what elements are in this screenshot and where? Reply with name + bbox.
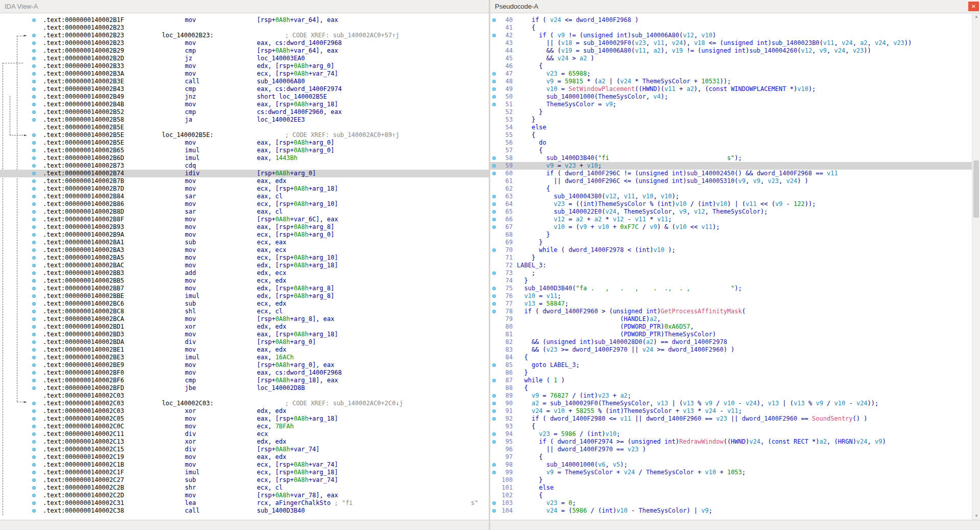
asm-line[interactable]: .text:0000000140002B58jaloc_140002EE3 [0, 116, 489, 124]
asm-line[interactable]: .text:0000000140002B8Fmov[rsp+0A8h+var_6… [0, 216, 489, 223]
pseudocode-line[interactable]: 65 sub_1400022E0(v24, ThemeSysColor, v9,… [490, 208, 972, 216]
asm-line[interactable]: .text:0000000140002B93moveax, [rsp+0A8h+… [0, 223, 489, 231]
pseudocode-line[interactable]: 60 if ( dword_1400F296C != (unsigned int… [490, 170, 972, 177]
pseudocode-line[interactable]: 95 if ( dword_1400F2974 >= (unsigned int… [490, 438, 972, 446]
pseudocode-line[interactable]: 78 if ( dword_1400F2960 > (unsigned int)… [490, 308, 972, 315]
pseudocode-line[interactable]: 57 { [490, 147, 972, 154]
pseudocode-line[interactable]: 50 sub_140001000(ThemeSysColor, v4); [490, 93, 972, 101]
pseudocode-line[interactable]: 59 v9 = v23 + v10; [490, 162, 972, 170]
asm-line[interactable]: .text:0000000140002C1Bmovecx, [rsp+0A8h+… [0, 461, 489, 469]
pseudocode-line[interactable]: 48 v9 = 59815 * (a2 | (v24 * ThemeSysCol… [490, 78, 972, 85]
pseudocode-line[interactable]: 81 (PDWORD_PTR)ThemeSysColor) [490, 331, 972, 338]
asm-line[interactable]: .text:0000000140002B33movedx, [rsp+0A8h+… [0, 62, 489, 70]
asm-line[interactable]: .text:0000000140002B3Amovecx, [rsp+0A8h+… [0, 70, 489, 78]
pseudocode-line[interactable]: 92 if ( dword_1400F2980 <= v11 || dword_… [490, 415, 972, 423]
pseudocode-line[interactable]: 98 sub_140001000(v6, v5); [490, 461, 972, 469]
pseudocode-line[interactable]: 88 { [490, 384, 972, 392]
pseudocode-line[interactable]: 84 { [490, 354, 972, 361]
asm-line[interactable]: .text:0000000140002B84sareax, cl [0, 193, 489, 200]
asm-line[interactable]: .text:0000000140002BF6cmp[rsp+0A8h+arg_1… [0, 377, 489, 384]
asm-line[interactable]: .text:0000000140002C2Dmov[rsp+0A8h+var_7… [0, 492, 489, 499]
asm-line[interactable]: .text:0000000140002C11divecx [0, 430, 489, 438]
pseudocode-line[interactable]: 62 { [490, 185, 972, 193]
pseudocode-line[interactable]: 55 { [490, 131, 972, 139]
asm-line[interactable]: .text:0000000140002C0Cmovecx, 7BFAh [0, 423, 489, 430]
pseudocode-line[interactable]: 75 sub_1400D3B40("fa . , . , . ., . , ")… [490, 285, 972, 292]
pseudocode-line[interactable]: 85 goto LABEL_3; [490, 361, 972, 369]
scroll-up-icon[interactable]: ▲ [972, 13, 980, 20]
pseudocode-line[interactable]: 83 && (v23 >= dword_1400F2970 || v24 >= … [490, 346, 972, 354]
asm-line[interactable]: .text:0000000140002B23 [0, 24, 489, 32]
asm-line[interactable]: .text:0000000140002BB3addedx, ecx [0, 269, 489, 277]
asm-line[interactable]: .text:0000000140002B49jnzshort loc_14000… [0, 93, 489, 101]
asm-line[interactable]: .text:0000000140002B5Eloc_140002B5E:; CO… [0, 131, 489, 139]
asm-line[interactable]: .text:0000000140002B8Dsareax, cl [0, 208, 489, 216]
pseudocode-line[interactable]: 45 && v24 > a2 ) [490, 55, 972, 62]
pseudocode-line[interactable]: 100 } [490, 476, 972, 484]
asm-line[interactable]: .text:0000000140002C15div[rsp+0A8h+var_7… [0, 446, 489, 453]
pseudocode-titlebar[interactable]: Pseudocode-A ✕ [490, 0, 980, 13]
asm-line[interactable]: .text:0000000140002B5Emoveax, [rsp+0A8h+… [0, 139, 489, 147]
asm-line[interactable]: .text:0000000140002BB7movedx, [rsp+0A8h+… [0, 285, 489, 292]
pseudocode-line[interactable]: 52 } [490, 108, 972, 116]
pseudocode-line[interactable]: 93 { [490, 423, 972, 430]
asm-line[interactable]: .text:0000000140002B3Ecallsub_140006A80 [0, 78, 489, 85]
pseudocode-line[interactable]: 51 ThemeSysColor = v9; [490, 101, 972, 108]
asm-line[interactable]: .text:0000000140002BE9mov[rsp+0A8h+arg_0… [0, 361, 489, 369]
pseudocode-line[interactable]: 77 v13 = 58847; [490, 300, 972, 308]
pseudocode-line[interactable]: 67 v10 = (v9 + v10 + 0xF7C / v9) & (v10 … [490, 223, 972, 231]
pseudocode-line[interactable]: 42 if ( v9 != (unsigned int)sub_140006A8… [490, 32, 972, 39]
pseudocode-line[interactable]: 82 && (unsigned int)sub_1400028D0(a2) ==… [490, 338, 972, 346]
pseudocode-line[interactable]: 103 v23 = 0; [490, 499, 972, 507]
pseudocode-line[interactable]: 102 { [490, 492, 972, 499]
pseudocode-line[interactable]: 74 } [490, 277, 972, 285]
location-label[interactable]: loc_140002B23: [162, 32, 285, 39]
asm-line[interactable]: .text:0000000140002BA3moveax, ecx [0, 246, 489, 254]
asm-line[interactable]: .text:0000000140002B9Amovecx, [rsp+0A8h+… [0, 231, 489, 239]
pseudocode-line[interactable]: 49 v10 = SetWindowPlacement((HWND)(v11 +… [490, 85, 972, 93]
asm-line[interactable]: .text:0000000140002C19moveax, edx [0, 453, 489, 461]
pseudocode-line[interactable]: 70 while ( dword_1400F2978 < (int)v10 ); [490, 246, 972, 254]
asm-line[interactable]: .text:0000000140002B74idiv[rsp+0A8h+arg_… [0, 170, 489, 177]
pseudocode-line[interactable]: 99 v9 = ThemeSysColor + v24 / ThemeSysCo… [490, 469, 972, 476]
asm-line[interactable]: .text:0000000140002B23moveax, cs:dword_1… [0, 39, 489, 47]
pseudocode-line[interactable]: 61 || dword_1400F296C <= (unsigned int)s… [490, 177, 972, 185]
pseudocode-line[interactable]: 80 (PDWORD_PTR)0xA6D57, [490, 323, 972, 331]
asm-line[interactable]: .text:0000000140002C03xoredx, edx [0, 407, 489, 415]
asm-line[interactable]: .text:0000000140002BB5movecx, edx [0, 277, 489, 285]
asm-line[interactable]: .text:0000000140002BACmovedx, [rsp+0A8h+… [0, 262, 489, 269]
asm-line[interactable]: .text:0000000140002B73cdq [0, 162, 489, 170]
pseudocode-line[interactable]: 56 do [490, 139, 972, 147]
asm-line[interactable]: .text:0000000140002BBEimuledx, [rsp+0A8h… [0, 292, 489, 300]
asm-line[interactable]: .text:0000000140002C31learcx, aFingerCha… [0, 499, 489, 507]
asm-line[interactable]: .text:0000000140002C13xoredx, edx [0, 438, 489, 446]
asm-line[interactable]: .text:0000000140002C03 [0, 392, 489, 400]
asm-line[interactable]: .text:0000000140002B6Dimuleax, 1443Bh [0, 154, 489, 162]
close-icon[interactable]: ✕ [968, 2, 979, 11]
asm-line[interactable]: .text:0000000140002C03loc_140002C03:; CO… [0, 400, 489, 407]
scroll-down-icon[interactable]: ▼ [972, 513, 980, 520]
pseudocode-line[interactable]: 53 } [490, 116, 972, 124]
asm-line[interactable]: .text:0000000140002BE1moveax, edx [0, 346, 489, 354]
pseudocode-line[interactable]: 104 v24 = (5986 / (int)v10 - ThemeSysCol… [490, 507, 972, 515]
asm-line[interactable]: .text:0000000140002B23loc_140002B23:; CO… [0, 32, 489, 39]
pseudocode-line[interactable]: 43 || (v18 = sub_1400029F0(v23, v11, v24… [490, 39, 972, 47]
pseudocode-line[interactable]: 47 v23 = 65988; [490, 70, 972, 78]
pseudocode-line[interactable]: 71 } [490, 254, 972, 262]
pseudocode-line[interactable]: 54 else [490, 124, 972, 131]
asm-line[interactable]: .text:0000000140002B7Dmovecx, [rsp+0A8h+… [0, 185, 489, 193]
asm-line[interactable]: .text:0000000140002B4Bmoveax, [rsp+0A8h+… [0, 101, 489, 108]
scrollbar-thumb[interactable] [973, 160, 979, 218]
pseudocode-line[interactable]: 72LABEL_3: [490, 262, 972, 269]
vertical-scrollbar[interactable]: ▲ ▼ [972, 13, 980, 520]
asm-line[interactable]: .text:0000000140002B7Bmoveax, edx [0, 177, 489, 185]
pseudocode-line[interactable]: 91 v24 = v10 + 58255 % (int)ThemeSysColo… [490, 407, 972, 415]
asm-line[interactable]: .text:0000000140002BA1subecx, eax [0, 239, 489, 246]
asm-line[interactable]: .text:0000000140002BFDjbeloc_140002D8B [0, 384, 489, 392]
asm-line[interactable]: .text:0000000140002C1Fimulecx, [rsp+0A8h… [0, 469, 489, 476]
asm-line[interactable]: .text:0000000140002BA5movecx, [rsp+0A8h+… [0, 254, 489, 262]
pseudocode-line[interactable]: 96 || dword_1400F2970 == v23 ) [490, 446, 972, 453]
pseudocode-line[interactable]: 86 } [490, 369, 972, 377]
pseudocode-line[interactable]: 94 v23 = 5986 / (int)v10; [490, 430, 972, 438]
pseudocode-line[interactable]: 63 sub_140004380(v12, v11, v10, v10); [490, 193, 972, 200]
